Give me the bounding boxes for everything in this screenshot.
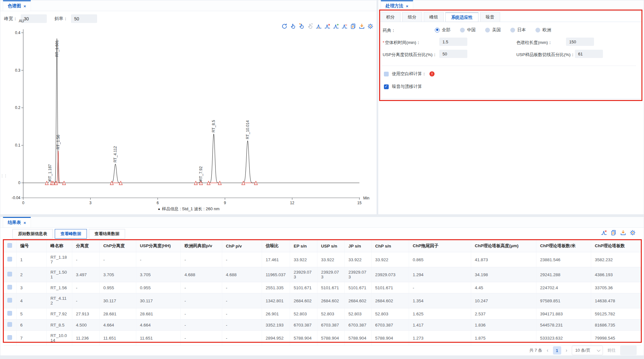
radio-icon[interactable] — [435, 28, 440, 32]
pointer-icon[interactable] — [290, 23, 296, 29]
peak-icon[interactable] — [316, 23, 322, 29]
radio-icon[interactable] — [485, 28, 490, 32]
page-number-button[interactable]: 1 — [553, 346, 561, 355]
sample-info-text: 样品信息 : Std_1 波长 : 260 nm — [162, 206, 220, 211]
table-cell: 1.417 — [409, 320, 471, 331]
pharmacopoeia-option-1[interactable]: 中国 — [460, 27, 476, 33]
method-tab-3[interactable]: 系统适应性 — [445, 12, 478, 22]
tab-method[interactable]: 处理方法 × — [381, 0, 413, 11]
method-tab-0[interactable]: 积分 — [380, 12, 400, 22]
table-row[interactable]: 2RT_1.5013.4973.7053.7054.6884.68811965.… — [4, 267, 641, 282]
blank-calc-checkbox[interactable] — [384, 72, 389, 76]
close-icon[interactable]: × — [24, 221, 26, 225]
download-icon[interactable] — [359, 23, 365, 29]
copy-icon[interactable] — [611, 230, 617, 236]
table-cell: 2684.602 — [290, 293, 317, 308]
peak-label: RT_7.92 — [199, 166, 203, 181]
table-cell: 1.625 — [409, 308, 471, 320]
row-checkbox[interactable] — [7, 298, 12, 303]
table-cell: - — [72, 252, 99, 267]
column-header-13: ChP理论塔板高度(μm) — [471, 240, 536, 252]
table-cell: 11965.037 — [262, 267, 290, 282]
radio-icon[interactable] — [510, 28, 515, 32]
refresh-icon[interactable] — [281, 23, 287, 29]
table-row[interactable]: 3RT_1.56-0.9550.955--2551.3355101.671510… — [4, 282, 641, 293]
row-checkbox[interactable] — [7, 285, 12, 290]
row-checkbox[interactable] — [7, 272, 12, 276]
noise-drift-checkbox[interactable] — [384, 84, 389, 89]
results-tab-2[interactable]: 查看结果数据 — [89, 229, 125, 239]
pharmacopoeia-option-0[interactable]: 全部 — [435, 27, 450, 33]
usp-plate-input[interactable] — [575, 50, 603, 58]
column-header-3: ChP分离度 — [99, 240, 136, 252]
table-cell: 52.803 — [371, 308, 409, 320]
table-row[interactable]: 6RT_8.54.5004.6644.664--3352.1936703.387… — [4, 320, 641, 331]
peak-add-icon[interactable] — [333, 23, 339, 29]
row-checkbox[interactable] — [7, 257, 12, 262]
table-cell: 5101.671 — [371, 282, 409, 293]
table-cell: 2894.952 — [262, 331, 290, 346]
tab-chromatogram[interactable]: 色谱图 × — [3, 0, 31, 11]
close-icon[interactable]: × — [406, 4, 408, 8]
peak-label: RT_8.5 — [211, 120, 216, 132]
results-tab-0[interactable]: 原始数据信息表 — [12, 229, 53, 239]
panel-drag-handle[interactable]: ⋮⋮ — [0, 175, 3, 177]
usp-resolution-input[interactable] — [439, 50, 467, 58]
void-time-input[interactable] — [439, 38, 467, 46]
tab-results[interactable]: 结果表 × — [3, 217, 31, 227]
sample-dot-icon: ● — [158, 207, 160, 211]
peak-fx-icon[interactable]: fx — [342, 23, 348, 29]
table-cell: RT_8.5 — [46, 320, 72, 331]
row-checkbox[interactable] — [7, 311, 12, 316]
prev-page-button[interactable]: ‹ — [547, 348, 548, 353]
pharmacopoeia-option-2[interactable]: 美国 — [485, 27, 501, 33]
method-tab-1[interactable]: 组分 — [402, 12, 422, 22]
table-row[interactable]: 5RT_7.9227.91328.68128.681--26.90152.803… — [4, 308, 641, 320]
column-length-input[interactable] — [566, 38, 594, 46]
table-cell: RT_4.112 — [46, 293, 72, 308]
radio-icon[interactable] — [535, 28, 540, 32]
results-tab-1[interactable]: 查看峰数据 — [55, 229, 87, 239]
table-cell: RT_10.014 — [46, 331, 72, 346]
table-cell: 4.664 — [136, 320, 180, 331]
row-checkbox[interactable] — [7, 322, 12, 327]
table-cell: 3 — [16, 282, 46, 293]
download-icon[interactable] — [620, 230, 626, 236]
table-cell: 3582.232 — [591, 252, 641, 267]
table-cell: - — [99, 252, 136, 267]
pharmacopoeia-option-3[interactable]: 日本 — [510, 27, 526, 33]
table-cell: 5101.671 — [344, 282, 371, 293]
table-cell: - — [180, 308, 222, 320]
y-tick-label: 0.1 — [15, 143, 20, 147]
chromatogram-chart[interactable]: AU0.40.30.20.10-0.0403691215MinRT_1.187R… — [0, 18, 377, 209]
next-page-button[interactable]: › — [566, 348, 567, 353]
close-icon[interactable]: × — [24, 4, 26, 8]
select-all-checkbox[interactable] — [7, 243, 12, 248]
page-size-select[interactable]: 10 条/页 — [572, 346, 603, 355]
table-cell: 4.688 — [180, 267, 222, 282]
settings-icon[interactable] — [367, 23, 373, 29]
peak-delete-icon[interactable] — [601, 230, 607, 236]
table-cell: 4.45 — [471, 282, 536, 293]
table-row[interactable]: 7RT_10.01411.23611.65111.651--2894.95257… — [4, 331, 641, 346]
method-tab-4[interactable]: 噪音 — [480, 12, 500, 22]
pointer-redo-icon[interactable] — [307, 23, 313, 29]
radio-icon[interactable] — [460, 28, 465, 32]
chart-toolbar: fx — [281, 23, 373, 29]
pharmacopoeia-option-4[interactable]: 欧洲 — [535, 27, 551, 33]
table-row[interactable]: 1RT_1.187-----17.46133.92233.92233.92233… — [4, 252, 641, 267]
settings-icon[interactable] — [630, 230, 636, 236]
peak-label: RT_1.187 — [48, 164, 52, 181]
table-cell: 41.873 — [471, 252, 536, 267]
copy-icon[interactable] — [350, 23, 356, 29]
goto-page-input[interactable] — [620, 346, 637, 355]
table-cell: 52.803 — [290, 308, 317, 320]
method-tab-2[interactable]: 峰组 — [424, 12, 444, 22]
table-cell: - — [222, 282, 262, 293]
pointer-undo-icon[interactable] — [299, 23, 305, 29]
row-checkbox[interactable] — [7, 335, 12, 340]
table-cell: 2684.602 — [371, 293, 409, 308]
table-cell: 2.537 — [471, 308, 536, 320]
table-row[interactable]: 4RT_4.112-30.11730.117--1342.8012684.602… — [4, 293, 641, 308]
peak-delete-icon[interactable] — [324, 23, 330, 29]
